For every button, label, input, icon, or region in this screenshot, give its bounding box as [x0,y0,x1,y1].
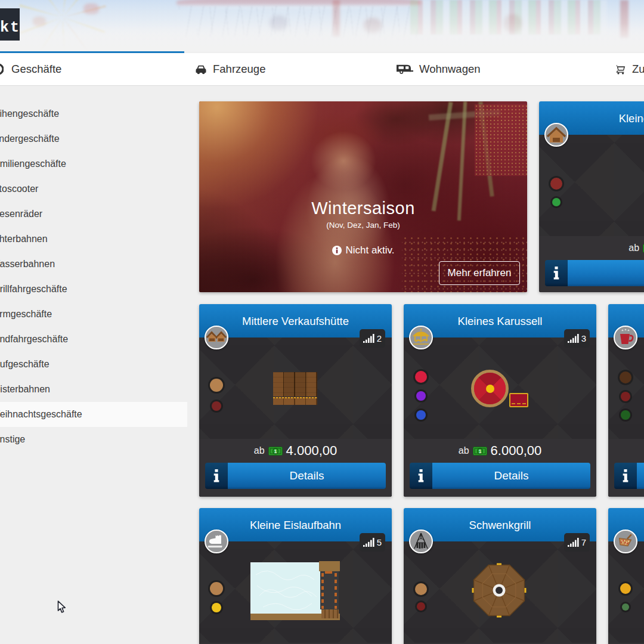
svg-text:1: 1 [274,448,277,454]
svg-text:1: 1 [478,448,481,454]
